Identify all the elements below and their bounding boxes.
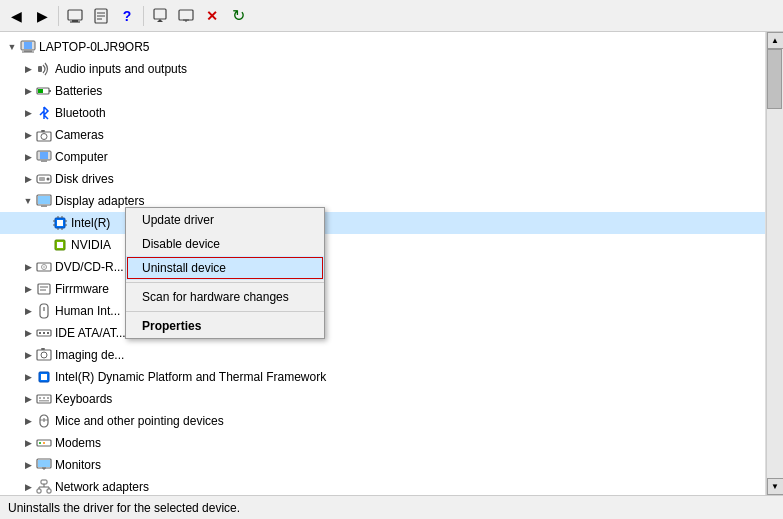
- svg-rect-13: [24, 42, 32, 49]
- svg-point-46: [43, 266, 45, 268]
- firmware-label: Firrmware: [55, 282, 109, 296]
- keyboard-icon: [36, 391, 52, 407]
- monitors-expand-icon[interactable]: ▶: [20, 457, 36, 473]
- ctx-uninstall-device[interactable]: Uninstall device: [126, 256, 324, 280]
- toolbar: ◀ ▶ ? ✕ ↻: [0, 0, 783, 32]
- imaging-icon: [36, 347, 52, 363]
- dvd-expand-icon[interactable]: ▶: [20, 259, 36, 275]
- modems-expand-icon[interactable]: ▶: [20, 435, 36, 451]
- back-button[interactable]: ◀: [4, 4, 28, 28]
- mice-label: Mice and other pointing devices: [55, 414, 224, 428]
- ctx-update-driver[interactable]: Update driver: [126, 208, 324, 232]
- tree-item-intel[interactable]: ▶ Intel(R): [0, 212, 765, 234]
- scan-button[interactable]: ↻: [226, 4, 250, 28]
- display-icon: [36, 193, 52, 209]
- bluetooth-icon: [36, 105, 52, 121]
- mice-expand-icon[interactable]: ▶: [20, 413, 36, 429]
- tree-item-bluetooth[interactable]: ▶ Bluetooth: [0, 102, 765, 124]
- scrollbar[interactable]: ▲ ▼: [766, 32, 783, 495]
- mouse-icon: [36, 413, 52, 429]
- update-driver-tb-button[interactable]: [148, 4, 172, 28]
- tree-item-dvd[interactable]: ▶ DVD/CD-R...: [0, 256, 765, 278]
- ctx-properties[interactable]: Properties: [126, 314, 324, 338]
- nvidia-label: NVIDIA: [71, 238, 111, 252]
- root-label: LAPTOP-0LJR9OR5: [39, 40, 150, 54]
- svg-point-57: [41, 352, 47, 358]
- context-menu: Update driver Disable device Uninstall d…: [125, 207, 325, 339]
- svg-rect-53: [39, 332, 41, 334]
- scroll-down-button[interactable]: ▼: [767, 478, 784, 495]
- tree-item-intelplatform[interactable]: ▶ Intel(R) Dynamic Platform and Thermal …: [0, 366, 765, 388]
- cameras-expand-icon[interactable]: ▶: [20, 127, 36, 143]
- properties-button[interactable]: [89, 4, 113, 28]
- svg-rect-47: [38, 284, 50, 294]
- cameras-label: Cameras: [55, 128, 104, 142]
- ctx-sep1: [126, 282, 324, 283]
- tree-item-cameras[interactable]: ▶ Cameras: [0, 124, 765, 146]
- disk-expand-icon[interactable]: ▶: [20, 171, 36, 187]
- forward-button[interactable]: ▶: [30, 4, 54, 28]
- tree-item-monitors[interactable]: ▶ Monitors: [0, 454, 765, 476]
- display-expand-icon[interactable]: ▼: [20, 193, 36, 209]
- tree-item-diskdrives[interactable]: ▶ Disk drives: [0, 168, 765, 190]
- svg-rect-18: [49, 90, 51, 92]
- tree-item-humanint[interactable]: ▶ Human Int...: [0, 300, 765, 322]
- root-expand-icon[interactable]: ▼: [4, 39, 20, 55]
- imaging-expand-icon[interactable]: ▶: [20, 347, 36, 363]
- tree-item-mice[interactable]: ▶ Mice and other pointing devices: [0, 410, 765, 432]
- svg-rect-63: [43, 397, 45, 399]
- network-expand-icon[interactable]: ▶: [20, 479, 36, 495]
- computer-expand-icon[interactable]: ▶: [20, 149, 36, 165]
- tree-item-network[interactable]: ▶ Network adapters: [0, 476, 765, 495]
- device-tree[interactable]: ▼ LAPTOP-0LJR9OR5 ▶: [0, 32, 766, 495]
- monitor-button[interactable]: [174, 4, 198, 28]
- nvidia-expand-icon: ▶: [36, 237, 52, 253]
- tree-item-computer[interactable]: ▶ Computer: [0, 146, 765, 168]
- scroll-thumb[interactable]: [767, 49, 782, 109]
- disk-icon: [36, 171, 52, 187]
- tree-item-modems[interactable]: ▶ Modems: [0, 432, 765, 454]
- firmware-expand-icon[interactable]: ▶: [20, 281, 36, 297]
- svg-point-71: [43, 442, 45, 444]
- battery-icon: [36, 83, 52, 99]
- separator1: [58, 6, 59, 26]
- tree-item-audio[interactable]: ▶ Audio inputs and outputs: [0, 58, 765, 80]
- hid-icon: [36, 303, 52, 319]
- svg-rect-77: [37, 489, 41, 493]
- ctx-disable-device[interactable]: Disable device: [126, 232, 324, 256]
- scroll-up-button[interactable]: ▲: [767, 32, 784, 49]
- monitors-label: Monitors: [55, 458, 101, 472]
- dvd-icon: [36, 259, 52, 275]
- ide-expand-icon[interactable]: ▶: [20, 325, 36, 341]
- tree-item-ideata[interactable]: ▶ IDE ATA/AT...: [0, 322, 765, 344]
- keyboards-expand-icon[interactable]: ▶: [20, 391, 36, 407]
- ideata-label: IDE ATA/AT...: [55, 326, 126, 340]
- intelplatform-label: Intel(R) Dynamic Platform and Thermal Fr…: [55, 370, 326, 384]
- separator2: [143, 6, 144, 26]
- batteries-expand-icon[interactable]: ▶: [20, 83, 36, 99]
- svg-rect-78: [47, 489, 51, 493]
- computer-label: Computer: [55, 150, 108, 164]
- hid-expand-icon[interactable]: ▶: [20, 303, 36, 319]
- bluetooth-expand-icon[interactable]: ▶: [20, 105, 36, 121]
- tree-item-keyboards[interactable]: ▶ Keyboards: [0, 388, 765, 410]
- ctx-scan-changes[interactable]: Scan for hardware changes: [126, 285, 324, 309]
- tree-item-nvidia[interactable]: ▶ NVIDIA: [0, 234, 765, 256]
- keyboards-label: Keyboards: [55, 392, 112, 406]
- audio-expand-icon[interactable]: ▶: [20, 61, 36, 77]
- help-button[interactable]: ?: [115, 4, 139, 28]
- ide-icon: [36, 325, 52, 341]
- intel-label: Intel(R): [71, 216, 110, 230]
- tree-item-imaging[interactable]: ▶ Imaging de...: [0, 344, 765, 366]
- intelplatform-expand-icon[interactable]: ▶: [20, 369, 36, 385]
- computer-icon: [20, 39, 36, 55]
- scroll-track[interactable]: [767, 49, 784, 478]
- remove-button[interactable]: ✕: [200, 4, 224, 28]
- intel-expand-icon: ▶: [36, 215, 52, 231]
- tree-item-displayadapters[interactable]: ▼ Display adapters: [0, 190, 765, 212]
- modem-icon: [36, 435, 52, 451]
- tree-root[interactable]: ▼ LAPTOP-0LJR9OR5: [0, 36, 765, 58]
- computer-button[interactable]: [63, 4, 87, 28]
- tree-item-batteries[interactable]: ▶ Batteries: [0, 80, 765, 102]
- tree-item-firmware[interactable]: ▶ Firrmware: [0, 278, 765, 300]
